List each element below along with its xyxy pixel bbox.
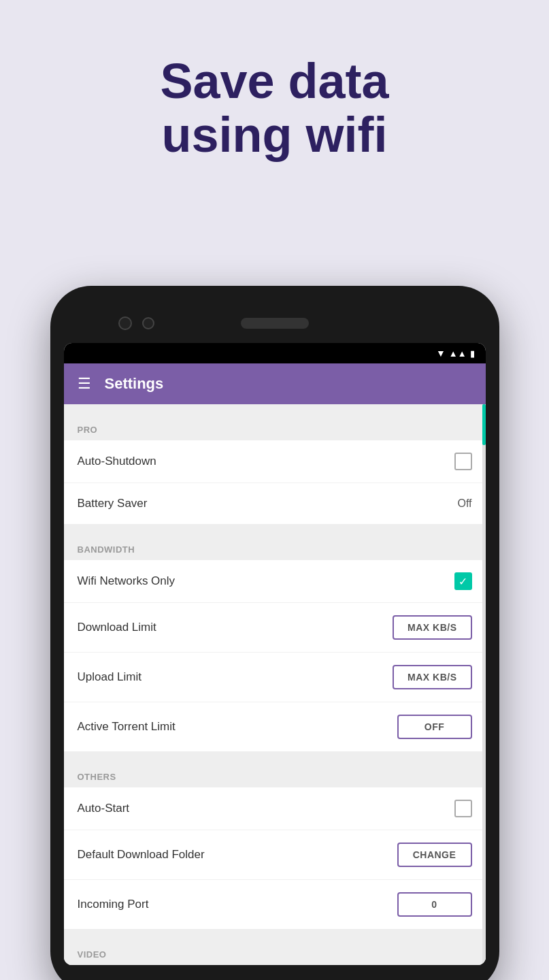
auto-shutdown-label: Auto-Shutdown xyxy=(78,455,156,468)
pro-card: Auto-Shutdown Battery Saver Off xyxy=(64,440,486,524)
status-icons: ▼ ▲▲ ▮ xyxy=(436,348,475,359)
hero-title-line2: using wifi xyxy=(162,108,388,162)
upload-limit-button[interactable]: MAX KB/S xyxy=(393,665,471,689)
default-download-folder-label: Default Download Folder xyxy=(78,848,205,862)
phone-screen: ▼ ▲▲ ▮ ☰ Settings PRO xyxy=(64,343,486,965)
speaker-grille xyxy=(241,318,309,329)
auto-start-checkbox[interactable] xyxy=(454,800,472,817)
incoming-port-row[interactable]: Incoming Port 0 xyxy=(64,880,486,929)
app-bar-title: Settings xyxy=(105,375,164,393)
phone-mockup: ▼ ▲▲ ▮ ☰ Settings PRO xyxy=(50,286,499,980)
default-download-folder-button[interactable]: CHANGE xyxy=(397,843,472,867)
phone-top-bar xyxy=(64,306,486,340)
signal-icon: ▲▲ xyxy=(449,348,467,359)
app-bar: ☰ Settings xyxy=(64,363,486,404)
auto-shutdown-checkbox[interactable] xyxy=(454,453,472,470)
pro-section-header: PRO xyxy=(64,412,486,440)
incoming-port-label: Incoming Port xyxy=(78,898,149,911)
wifi-only-label: Wifi Networks Only xyxy=(78,574,176,588)
others-gap xyxy=(64,751,486,760)
scrollbar-thumb[interactable] xyxy=(482,404,486,445)
phone-outer: ▼ ▲▲ ▮ ☰ Settings PRO xyxy=(50,286,499,980)
default-download-folder-row[interactable]: Default Download Folder CHANGE xyxy=(64,830,486,880)
camera-right xyxy=(142,317,154,329)
auto-start-row[interactable]: Auto-Start xyxy=(64,787,486,830)
upload-limit-row[interactable]: Upload Limit MAX KB/S xyxy=(64,653,486,702)
wifi-icon: ▼ xyxy=(436,348,446,359)
pro-gap xyxy=(64,404,486,412)
others-section-header: OTHERS xyxy=(64,760,486,787)
video-section-header: VIDEO xyxy=(64,937,486,965)
screen-content-wrapper: PRO Auto-Shutdown Battery Saver Off xyxy=(64,404,486,965)
scrollbar-track[interactable] xyxy=(482,404,486,965)
hero-title: Save data using wifi xyxy=(41,54,508,162)
battery-saver-row[interactable]: Battery Saver Off xyxy=(64,483,486,524)
settings-content: PRO Auto-Shutdown Battery Saver Off xyxy=(64,404,486,965)
download-limit-row[interactable]: Download Limit MAX KB/S xyxy=(64,603,486,653)
download-limit-button[interactable]: MAX KB/S xyxy=(393,615,471,640)
active-torrent-limit-row[interactable]: Active Torrent Limit OFF xyxy=(64,702,486,751)
incoming-port-button[interactable]: 0 xyxy=(397,892,472,917)
download-limit-label: Download Limit xyxy=(78,621,156,634)
wifi-only-row[interactable]: Wifi Networks Only ✓ xyxy=(64,560,486,603)
bandwidth-gap xyxy=(64,524,486,532)
hamburger-menu-icon[interactable]: ☰ xyxy=(78,375,91,393)
auto-shutdown-row[interactable]: Auto-Shutdown xyxy=(64,440,486,483)
battery-saver-label: Battery Saver xyxy=(78,497,148,510)
bandwidth-card: Wifi Networks Only ✓ Download Limit MAX … xyxy=(64,560,486,751)
battery-saver-value: Off xyxy=(457,497,471,510)
active-torrent-limit-label: Active Torrent Limit xyxy=(78,720,176,734)
video-gap xyxy=(64,929,486,937)
status-bar: ▼ ▲▲ ▮ xyxy=(64,343,486,363)
others-card: Auto-Start Default Download Folder CHANG… xyxy=(64,787,486,929)
wifi-only-checkbox[interactable]: ✓ xyxy=(454,572,472,590)
bandwidth-section-header: BANDWIDTH xyxy=(64,532,486,560)
hero-section: Save data using wifi xyxy=(0,0,549,203)
auto-start-label: Auto-Start xyxy=(78,802,130,815)
camera-left xyxy=(118,316,132,330)
active-torrent-limit-button[interactable]: OFF xyxy=(397,715,472,739)
hero-title-line1: Save data xyxy=(160,54,388,108)
upload-limit-label: Upload Limit xyxy=(78,670,142,684)
battery-icon: ▮ xyxy=(470,348,475,359)
